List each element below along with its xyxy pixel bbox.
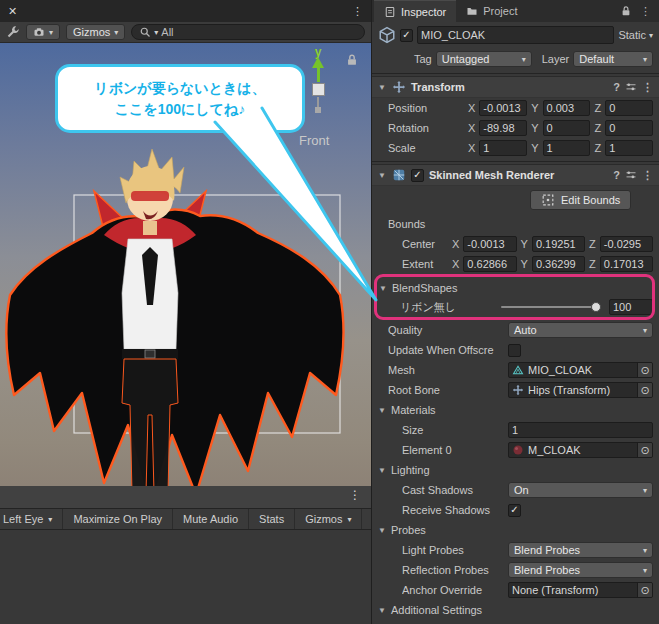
foldout-icon[interactable]: ▼ [377, 83, 387, 92]
scene-panel: ✕ ⋮ ▾ Gizmos ▾ ▾ All [0, 0, 371, 624]
additional-settings-foldout[interactable]: ▼ Additional Settings [372, 600, 659, 620]
extent-x-field[interactable]: 0.62866 [463, 256, 516, 272]
blendshape-value-field[interactable]: 100 [609, 299, 653, 315]
center-y-field[interactable]: 0.19251 [532, 236, 585, 252]
skinned-mesh-renderer-header[interactable]: ▼ ✓ Skinned Mesh Renderer ? ⋮ [372, 164, 659, 186]
anchor-override-field[interactable]: None (Transform) ⊙ [508, 582, 653, 598]
mesh-icon [512, 364, 524, 376]
foldout-icon[interactable]: ▼ [377, 606, 387, 615]
tab-inspector[interactable]: Inspector [374, 0, 456, 22]
probes-foldout[interactable]: ▼ Probes [372, 520, 659, 540]
help-icon[interactable]: ? [613, 81, 620, 93]
gameobject-cube-icon [378, 26, 396, 44]
reflection-probes-dropdown[interactable]: Blend Probes ▾ [508, 562, 653, 578]
mesh-object-field[interactable]: MIO_CLOAK ⊙ [508, 362, 653, 378]
lock-icon[interactable] [620, 5, 632, 17]
tab-label: Inspector [401, 6, 446, 18]
kebab-menu-icon[interactable]: ⋮ [642, 169, 653, 182]
close-icon[interactable]: ✕ [8, 5, 17, 18]
kebab-menu-icon[interactable]: ⋮ [642, 81, 653, 94]
z-axis-stub [317, 97, 319, 107]
tab-project[interactable]: Project [456, 0, 527, 22]
quality-dropdown[interactable]: Auto ▾ [508, 322, 653, 338]
center-z-field[interactable]: -0.0295 [600, 236, 653, 252]
blendshapes-foldout[interactable]: ▼ BlendShapes [372, 279, 659, 297]
rotation-y-field[interactable]: 0 [543, 120, 591, 136]
tag-dropdown[interactable]: Untagged ▾ [436, 51, 532, 67]
foldout-icon[interactable]: ▼ [377, 171, 387, 180]
row-label: Light Probes [402, 544, 504, 556]
blendshapes-section: ▼ BlendShapes リボン無し 100 [372, 274, 659, 320]
slider-track[interactable] [501, 306, 600, 308]
gameobject-name-field[interactable]: MIO_CLOAK [417, 26, 614, 44]
foldout-icon[interactable]: ▼ [378, 284, 388, 293]
receive-shadows-row: Receive Shadows ✓ [372, 500, 659, 520]
axis-x-label: X [452, 258, 459, 270]
chevron-down-icon: ▾ [49, 28, 53, 37]
center-x-field[interactable]: -0.0013 [463, 236, 516, 252]
receive-shadows-checkbox[interactable]: ✓ [508, 504, 521, 517]
gizmo-cube-icon[interactable] [312, 83, 325, 96]
scale-z-field[interactable]: 1 [605, 140, 653, 156]
help-icon[interactable]: ? [613, 169, 620, 181]
root-bone-object-field[interactable]: Hips (Transform) ⊙ [508, 382, 653, 398]
position-y-field[interactable]: 0.003 [543, 100, 591, 116]
object-picker-icon[interactable]: ⊙ [637, 583, 652, 597]
lock-icon[interactable] [345, 53, 359, 67]
update-offscreen-checkbox[interactable] [508, 344, 521, 357]
presets-icon[interactable] [625, 169, 637, 181]
gizmos-toggle-dropdown[interactable]: Gizmos ▾ [295, 509, 362, 529]
materials-size-field[interactable]: 1 [508, 422, 653, 438]
object-picker-icon[interactable]: ⊙ [637, 383, 652, 397]
axis-x-label: X [452, 238, 459, 250]
layer-dropdown[interactable]: Default ▾ [573, 51, 653, 67]
rotation-row: Rotation X -89.98 Y 0 Z 0 [372, 118, 659, 138]
cast-shadows-dropdown[interactable]: On ▾ [508, 482, 653, 498]
extent-y-field[interactable]: 0.36299 [532, 256, 585, 272]
button-label: Mute Audio [183, 513, 238, 525]
kebab-menu-icon[interactable]: ⋮ [349, 488, 361, 502]
material-object-field[interactable]: M_CLOAK ⊙ [508, 442, 653, 458]
rotation-z-field[interactable]: 0 [605, 120, 653, 136]
slider-handle[interactable] [591, 302, 601, 312]
presets-icon[interactable] [625, 81, 637, 93]
kebab-menu-icon[interactable]: ⋮ [640, 5, 651, 18]
kebab-menu-icon[interactable]: ⋮ [352, 5, 363, 18]
display-dropdown[interactable]: Left Eye ▾ [0, 509, 63, 529]
stats-button[interactable]: Stats [249, 509, 295, 529]
blendshape-slider[interactable] [501, 301, 600, 313]
extent-z-field[interactable]: 0.17013 [600, 256, 653, 272]
position-z-field[interactable]: 0 [605, 100, 653, 116]
gizmos-dropdown[interactable]: Gizmos ▾ [66, 24, 125, 40]
bounds-center-row: Center X -0.0013 Y 0.19251 Z -0.0295 [372, 234, 659, 254]
scale-y-field[interactable]: 1 [543, 140, 591, 156]
tag-value: Untagged [442, 53, 490, 65]
search-input[interactable]: ▾ All [131, 24, 365, 40]
scene-viewport[interactable]: y Front リボンが要らないときは、 ここを100にしてね♪ ⋮ [0, 43, 371, 508]
scale-x-field[interactable]: 1 [479, 140, 527, 156]
component-enabled-checkbox[interactable]: ✓ [411, 169, 424, 182]
lighting-foldout[interactable]: ▼ Lighting [372, 460, 659, 480]
light-probes-value: Blend Probes [514, 544, 580, 556]
object-picker-icon[interactable]: ⊙ [637, 363, 652, 377]
y-axis-line [317, 68, 320, 82]
foldout-icon[interactable]: ▼ [377, 526, 387, 535]
foldout-icon[interactable]: ▼ [377, 406, 387, 415]
position-x-field[interactable]: -0.0013 [479, 100, 527, 116]
materials-foldout[interactable]: ▼ Materials [372, 400, 659, 420]
mute-audio-button[interactable]: Mute Audio [173, 509, 249, 529]
wrench-icon[interactable] [6, 25, 20, 39]
camera-settings-button[interactable]: ▾ [26, 24, 60, 40]
tab-label: Project [483, 5, 517, 17]
rotation-x-field[interactable]: -89.98 [479, 120, 527, 136]
light-probes-dropdown[interactable]: Blend Probes ▾ [508, 542, 653, 558]
active-checkbox[interactable]: ✓ [400, 29, 413, 42]
row-label: Scale [388, 142, 464, 154]
transform-component-header[interactable]: ▼ Transform ? ⋮ [372, 76, 659, 98]
edit-bounds-button[interactable]: Edit Bounds [530, 190, 631, 210]
chevron-down-icon: ▾ [114, 28, 118, 37]
static-dropdown[interactable]: Static ▾ [618, 29, 653, 41]
maximize-on-play-button[interactable]: Maximize On Play [63, 509, 173, 529]
object-picker-icon[interactable]: ⊙ [637, 443, 652, 457]
foldout-icon[interactable]: ▼ [377, 466, 387, 475]
